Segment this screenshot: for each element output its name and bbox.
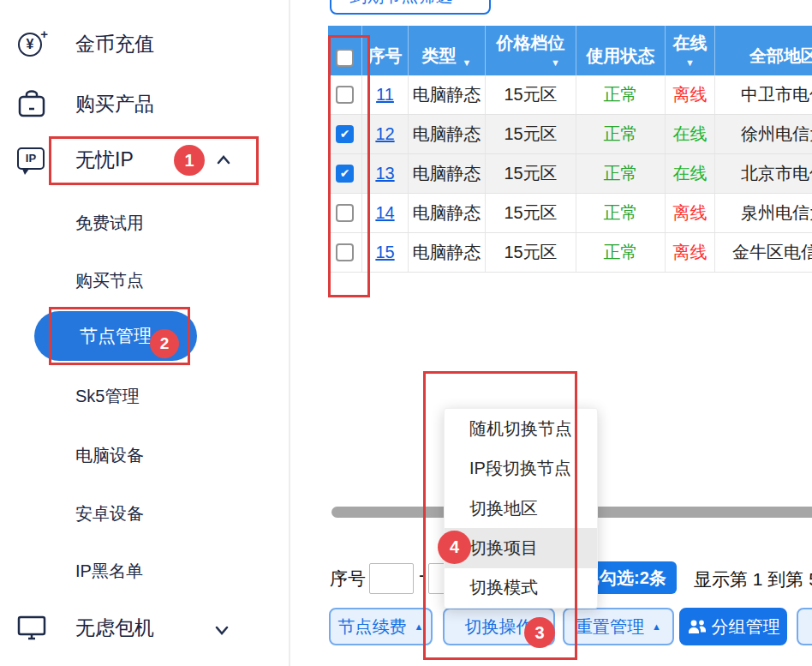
cell-usage-status: 正常 bbox=[576, 154, 666, 193]
annotation-step-1-badge: 1 bbox=[174, 145, 205, 176]
expire-node-filter-button[interactable]: 到期节点筛选 ▼ bbox=[330, 0, 491, 15]
seq-link[interactable]: 14 bbox=[375, 203, 394, 223]
sidebar-item-free-trial[interactable]: 免费试用 bbox=[0, 206, 288, 240]
row-checkbox[interactable] bbox=[336, 165, 354, 183]
sidebar-item-label: 无忧IP bbox=[75, 147, 134, 173]
annotation-step-4-badge: 4 bbox=[438, 531, 471, 564]
seq-link[interactable]: 13 bbox=[375, 164, 394, 183]
sidebar-item-label: IP黑名单 bbox=[75, 560, 143, 583]
menu-item-random-switch-node[interactable]: 随机切换节点 bbox=[445, 409, 597, 448]
cell-type: 电脑静态 bbox=[409, 154, 486, 193]
sidebar-item-ip-blacklist[interactable]: IP黑名单 bbox=[0, 554, 288, 588]
cell-price: 15元区 bbox=[486, 233, 576, 272]
node-table: 序号 类型▼ 价格档位 ▼ 使用状态 在线 ▼ 全部地区 11 bbox=[328, 26, 812, 273]
annotation-step-3-badge: 3 bbox=[524, 617, 555, 648]
sidebar-item-label: 节点管理 bbox=[80, 324, 152, 348]
cell-online-status: 离线 bbox=[666, 75, 715, 114]
reset-management-button[interactable]: 重置管理 ▲ bbox=[563, 608, 674, 645]
menu-item-switch-region[interactable]: 切换地区 bbox=[445, 489, 597, 528]
header-online[interactable]: 在线 ▼ bbox=[666, 26, 715, 75]
cell-region: 中卫市电信 bbox=[715, 75, 812, 114]
sidebar-item-label: 金币充值 bbox=[75, 31, 154, 57]
row-checkbox[interactable] bbox=[336, 204, 354, 222]
annotation-step-2-badge: 2 bbox=[150, 329, 179, 358]
bag-icon bbox=[15, 87, 50, 121]
sort-caret-icon: ▼ bbox=[685, 57, 695, 68]
sidebar-item-worryfree-ip[interactable]: IP 无忧IP bbox=[0, 142, 288, 177]
header-usage-status[interactable]: 使用状态 bbox=[576, 26, 666, 75]
group-management-button[interactable]: 分组管理 bbox=[679, 608, 787, 645]
caret-up-icon: ▲ bbox=[652, 621, 661, 632]
cell-usage-status: 正常 bbox=[576, 115, 666, 153]
seq-link[interactable]: 12 bbox=[375, 124, 394, 144]
sidebar-item-gold-recharge[interactable]: ¥+ 金币充值 bbox=[0, 27, 288, 61]
row-checkbox[interactable] bbox=[336, 125, 354, 143]
coin-icon: ¥+ bbox=[15, 27, 50, 61]
node-management-page: ¥+ 金币充值 购买产品 IP 无忧IP 免费试用 购买节点 节点管理 bbox=[0, 0, 812, 666]
sidebar-item-label: Sk5管理 bbox=[75, 385, 139, 408]
caret-up-icon: ▲ bbox=[415, 621, 424, 632]
sidebar-item-android-devices[interactable]: 安卓设备 bbox=[0, 496, 288, 531]
sort-caret-icon: ▼ bbox=[463, 57, 472, 68]
cell-price: 15元区 bbox=[486, 115, 576, 153]
node-renew-button[interactable]: 节点续费 ▲ bbox=[329, 608, 433, 645]
caret-down-icon: ▼ bbox=[462, 0, 471, 2]
row-checkbox[interactable] bbox=[336, 243, 354, 261]
cell-region: 北京市电信 bbox=[715, 154, 812, 193]
table-header-row: 序号 类型▼ 价格档位 ▼ 使用状态 在线 ▼ 全部地区 bbox=[328, 26, 812, 75]
sort-caret-icon: ▼ bbox=[551, 57, 560, 68]
sidebar-item-label: 无虑包机 bbox=[75, 615, 154, 641]
cell-price: 15元区 bbox=[486, 154, 576, 193]
table-row: 12 电脑静态 15元区 正常 在线 徐州电信大 bbox=[328, 115, 812, 154]
sidebar-item-label: 免费试用 bbox=[75, 212, 144, 235]
seq-link[interactable]: 15 bbox=[375, 243, 394, 262]
sidebar-item-label: 购买节点 bbox=[75, 269, 144, 292]
table-row: 11 电脑静态 15元区 正常 离线 中卫市电信 bbox=[328, 75, 812, 115]
pagination-showing-text: 显示第 1 到第 5 bbox=[694, 567, 812, 591]
chevron-up-icon[interactable] bbox=[216, 153, 231, 168]
seq-range-from-input[interactable] bbox=[369, 563, 414, 594]
sidebar-item-sk5-management[interactable]: Sk5管理 bbox=[0, 379, 288, 413]
expire-node-filter-label: 到期节点筛选 bbox=[350, 0, 453, 8]
seq-range-label: 序号 bbox=[330, 567, 366, 591]
table-row: 15 电脑静态 15元区 正常 离线 金牛区电信大 bbox=[328, 233, 812, 273]
monitor-icon bbox=[15, 610, 50, 645]
header-price-tier[interactable]: 价格档位 ▼ bbox=[486, 26, 576, 75]
cell-usage-status: 正常 bbox=[576, 75, 666, 114]
cell-online-status: 离线 bbox=[666, 233, 715, 272]
table-row: 13 电脑静态 15元区 正常 在线 北京市电信 bbox=[328, 154, 812, 194]
cell-type: 电脑静态 bbox=[409, 115, 486, 153]
header-seq[interactable]: 序号 bbox=[362, 26, 409, 75]
cell-online-status: 离线 bbox=[666, 194, 715, 232]
cell-region: 泉州电信大 bbox=[715, 194, 812, 232]
cell-type: 电脑静态 bbox=[409, 194, 486, 232]
users-group-icon bbox=[687, 618, 708, 635]
menu-item-ip-segment-switch-node[interactable]: IP段切换节点 bbox=[445, 448, 597, 488]
ip-icon: IP bbox=[15, 142, 50, 177]
cell-region: 金牛区电信大 bbox=[715, 233, 812, 272]
range-separator: - bbox=[419, 564, 425, 586]
cell-usage-status: 正常 bbox=[576, 233, 666, 272]
cell-price: 15元区 bbox=[486, 75, 576, 114]
sidebar-item-worryfree-hosting[interactable]: 无虑包机 bbox=[0, 610, 288, 645]
menu-item-switch-mode[interactable]: 切换模式 bbox=[445, 568, 597, 608]
header-region[interactable]: 全部地区 bbox=[715, 26, 812, 75]
sidebar-item-label: 安卓设备 bbox=[75, 502, 144, 525]
select-all-checkbox[interactable] bbox=[336, 49, 354, 67]
sidebar-item-label: 电脑设备 bbox=[75, 444, 144, 467]
sidebar-item-pc-devices[interactable]: 电脑设备 bbox=[0, 438, 288, 472]
chevron-down-icon[interactable] bbox=[214, 622, 230, 638]
cell-online-status: 在线 bbox=[666, 115, 715, 153]
cut-off-button[interactable]: 节 bbox=[797, 608, 812, 645]
cell-usage-status: 正常 bbox=[576, 194, 666, 232]
header-type[interactable]: 类型▼ bbox=[409, 26, 486, 75]
seq-link[interactable]: 11 bbox=[376, 85, 394, 105]
cell-type: 电脑静态 bbox=[409, 233, 486, 272]
cell-region: 徐州电信大 bbox=[715, 115, 812, 153]
switch-operations-menu: 随机切换节点 IP段切换节点 切换地区 切换项目 切换模式 bbox=[444, 408, 598, 609]
sidebar-item-buy-node[interactable]: 购买节点 bbox=[0, 263, 288, 297]
cell-online-status: 在线 bbox=[666, 154, 715, 193]
cell-type: 电脑静态 bbox=[409, 75, 486, 114]
row-checkbox[interactable] bbox=[336, 86, 354, 104]
sidebar-item-buy-product[interactable]: 购买产品 bbox=[0, 87, 288, 121]
